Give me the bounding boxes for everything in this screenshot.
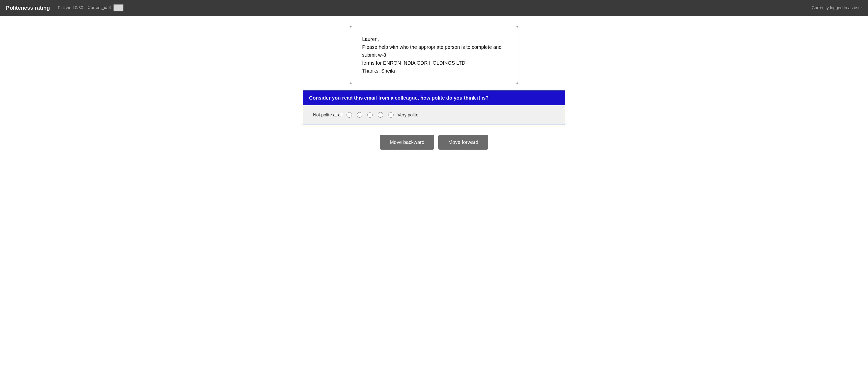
move-backward-button[interactable]: Move backward [380, 135, 434, 149]
radio-option-3[interactable] [367, 112, 373, 118]
main-content: Lauren, Please help with who the appropr… [0, 16, 868, 160]
app-title: Politeness rating [6, 5, 50, 11]
email-line-4: Thanks. Sheila [362, 67, 506, 75]
navbar: Politeness rating Finished 0/50 Current_… [0, 0, 868, 16]
radio-4[interactable] [378, 112, 383, 118]
email-line-3: forms for ENRON INDIA GDR HOLDINGS LTD. [362, 59, 506, 67]
rating-label-right: Very polite [398, 112, 418, 118]
radio-2[interactable] [357, 112, 362, 118]
radio-option-1[interactable] [346, 112, 352, 118]
question-body: Not polite at all Very polite [303, 105, 565, 125]
radio-option-2[interactable] [357, 112, 362, 118]
radio-3[interactable] [367, 112, 373, 118]
logged-in-user: Currently logged in as user [812, 5, 862, 10]
current-id-box [114, 4, 123, 11]
question-header: Consider you read this email from a coll… [303, 91, 565, 105]
button-row: Move backward Move forward [380, 135, 488, 149]
radio-group [346, 112, 394, 118]
move-forward-button[interactable]: Move forward [438, 135, 488, 149]
email-line-1: Lauren, [362, 35, 506, 43]
email-card: Lauren, Please help with who the appropr… [350, 26, 518, 84]
finished-count: Finished 0/50 [58, 5, 83, 10]
rating-label-left: Not polite at all [313, 112, 343, 118]
current-id-label: Current_id 3 [88, 4, 123, 11]
radio-1[interactable] [346, 112, 352, 118]
radio-option-4[interactable] [378, 112, 383, 118]
question-section: Consider you read this email from a coll… [303, 90, 565, 125]
navbar-meta: Finished 0/50 Current_id 3 [58, 4, 812, 11]
email-line-2: Please help with who the appropriate per… [362, 43, 506, 59]
radio-option-5[interactable] [388, 112, 394, 118]
radio-5[interactable] [388, 112, 394, 118]
